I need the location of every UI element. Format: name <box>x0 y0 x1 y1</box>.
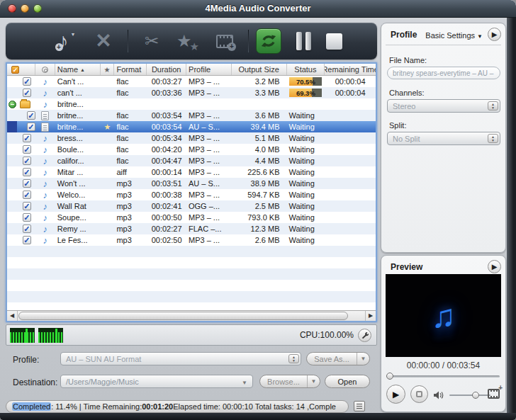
seek-thumb[interactable] <box>386 373 393 380</box>
row-checkbox[interactable]: ✓ <box>23 77 31 86</box>
save-as-dropdown-icon[interactable]: ▼ <box>357 353 369 365</box>
row-checkbox[interactable]: ✓ <box>23 202 31 210</box>
row-checkbox[interactable]: ✓ <box>23 225 31 233</box>
add-video-button[interactable]: + <box>208 28 241 54</box>
row-checkbox[interactable]: ✓ <box>23 213 31 222</box>
destination-combo[interactable]: /Users/Maggie/Music ▼ <box>60 375 253 388</box>
file-row[interactable]: ✓♪Wall Ratmp300:02:41OGG –...2.5 MBWaiti… <box>7 200 376 212</box>
header-status[interactable]: Status <box>287 64 325 75</box>
file-row[interactable]: ✓♪Soupe...mp300:00:50MP3 – ...793.0 KBWa… <box>7 212 376 223</box>
header-select[interactable]: ✓ <box>7 64 35 75</box>
file-row[interactable]: ✓♪Boule...flac00:04:20MP3 – ...4.0 MBWai… <box>7 144 376 155</box>
file-row[interactable]: ✓♪Can't ...flac00:03:27MP3 – ...3.2 MB70… <box>7 76 376 87</box>
effect-button[interactable]: ★★ <box>172 28 203 54</box>
file-row[interactable]: ✓britne...★flac00:03:54AU – S...39.4 MBW… <box>7 121 376 132</box>
pause-button[interactable] <box>291 30 316 52</box>
header-remaining-time[interactable]: Remaining Time <box>325 64 376 75</box>
row-name: britne... <box>55 110 101 121</box>
row-checkbox[interactable]: ✓ <box>23 168 31 176</box>
settings-button[interactable] <box>358 329 371 342</box>
header-profile[interactable]: Profile <box>186 64 232 75</box>
file-name-label: File Name: <box>389 56 427 64</box>
volume-icon <box>434 390 444 402</box>
file-row[interactable]: ✓♪Remy ...mp300:02:27FLAC –...12.3 MBWai… <box>7 223 376 234</box>
preset-dropdown[interactable]: Basic Settings ▼ <box>425 31 483 40</box>
empty-row <box>7 268 376 280</box>
status-text: : 11.4% | Time Remaining: <box>51 402 142 411</box>
file-row[interactable]: ✓♪can't ...flac00:03:36MP3 – ...3.3 MB69… <box>7 87 376 98</box>
clip-button[interactable]: ✂ <box>135 28 168 54</box>
browse-dropdown-icon[interactable]: ▼ <box>307 375 320 387</box>
preview-stop-button[interactable] <box>410 385 428 403</box>
row-checkbox[interactable]: ✓ <box>27 111 35 120</box>
delete-icon: ✕ <box>95 31 111 51</box>
row-checkbox[interactable]: ✓ <box>23 145 31 154</box>
row-profile: FLAC –... <box>186 223 232 234</box>
scroll-right-arrow[interactable]: ▶ <box>365 311 376 321</box>
empty-row <box>7 302 376 310</box>
table-body: ✓♪Can't ...flac00:03:27MP3 – ...3.2 MB70… <box>7 76 376 310</box>
preview-panel-expand-button[interactable]: ▶ <box>488 260 501 273</box>
scrollbar-thumb[interactable] <box>18 312 348 320</box>
seek-slider[interactable] <box>387 375 500 378</box>
file-row[interactable]: ✓♪Welco...mp300:00:38MP3 – ...594.7 KBWa… <box>7 189 376 200</box>
split-select[interactable]: No Split ▲▼ <box>387 132 500 145</box>
header-output-size[interactable]: Output Size <box>232 64 287 75</box>
open-button[interactable]: Open <box>325 375 370 388</box>
play-button[interactable]: ▶ <box>386 385 405 404</box>
snapshot-icon[interactable] <box>488 389 500 399</box>
row-profile: MP3 – ... <box>186 87 232 98</box>
file-row[interactable]: ✓♪Le Fes...mp300:02:50MP3 – ...2.6 MBWai… <box>7 234 376 246</box>
row-status: Waiting <box>286 132 325 144</box>
stepper-icon: ▲▼ <box>288 354 299 363</box>
horizontal-scrollbar[interactable]: ◀ ▶ <box>7 310 376 321</box>
header-name[interactable]: Name▲ <box>55 64 101 75</box>
row-checkbox[interactable]: ✓ <box>23 89 31 97</box>
stop-button[interactable] <box>322 31 346 51</box>
row-format: mp3 <box>114 212 147 223</box>
add-file-button[interactable]: ♪+▼ <box>45 28 82 54</box>
volume-thumb[interactable] <box>472 392 479 399</box>
empty-row <box>7 246 376 257</box>
collapse-icon[interactable] <box>9 101 16 108</box>
header-format[interactable]: Format <box>114 64 147 75</box>
file-row[interactable]: ✓britne...flac00:03:54MP3 – ...3.6 MBWai… <box>7 110 376 121</box>
row-checkbox[interactable]: ✓ <box>23 134 31 142</box>
profile-panel-expand-button[interactable]: ▶ <box>488 28 501 41</box>
row-profile: MP3 – ... <box>186 144 232 155</box>
file-row[interactable]: ✓♪bress...flac00:05:34MP3 – ...5.1 MBWai… <box>7 132 376 144</box>
channels-label: Channels: <box>389 89 425 97</box>
title-bar[interactable]: 4Media Audio Converter <box>0 0 516 18</box>
profile-select[interactable]: AU – SUN AU Format ▲▼ <box>60 352 301 365</box>
row-duration: 00:04:20 <box>147 144 186 155</box>
header-star[interactable]: ★ <box>101 64 115 75</box>
channels-select[interactable]: Stereo ▲▼ <box>387 99 500 113</box>
convert-button[interactable] <box>256 28 281 54</box>
row-checkbox[interactable]: ✓ <box>23 157 31 165</box>
row-duration: 00:03:36 <box>147 87 186 98</box>
row-name: Boule... <box>55 144 101 155</box>
header-type[interactable] <box>35 64 55 75</box>
file-row[interactable]: ✓♪Won't ...mp300:03:51AU – S...38.9 MBWa… <box>7 178 376 189</box>
row-format: flac <box>114 121 147 132</box>
row-checkbox[interactable]: ✓ <box>23 236 31 244</box>
row-name: Soupe... <box>55 212 101 223</box>
music-note-icon: ♪ <box>43 145 48 154</box>
file-name-field[interactable]: britney spears-everytime – AU – <box>387 67 500 79</box>
row-remaining-time <box>325 132 376 144</box>
log-button[interactable] <box>354 401 365 412</box>
file-row[interactable]: ✓♪califor...flac00:04:47MP3 – ...4.4 MBW… <box>7 155 376 166</box>
browse-button[interactable]: Browse... ▼ <box>259 375 320 388</box>
scroll-left-arrow[interactable]: ◀ <box>7 311 18 321</box>
header-duration[interactable]: Duration <box>147 64 186 75</box>
save-as-button[interactable]: Save As... ▼ <box>306 352 370 365</box>
row-checkbox[interactable]: ✓ <box>23 191 31 199</box>
volume-slider[interactable] <box>449 395 490 396</box>
folder-icon <box>20 101 30 108</box>
delete-button[interactable]: ✕ <box>87 28 120 54</box>
group-row[interactable]: ♪britne... <box>7 98 376 110</box>
row-checkbox[interactable]: ✓ <box>23 179 31 188</box>
table-header: ✓ Name▲ ★ Format Duration Profile Output… <box>7 64 376 76</box>
file-row[interactable]: ✓♪Mitar ...aiff00:00:14MP3 – ...225.6 KB… <box>7 166 376 178</box>
row-checkbox[interactable]: ✓ <box>27 123 35 131</box>
